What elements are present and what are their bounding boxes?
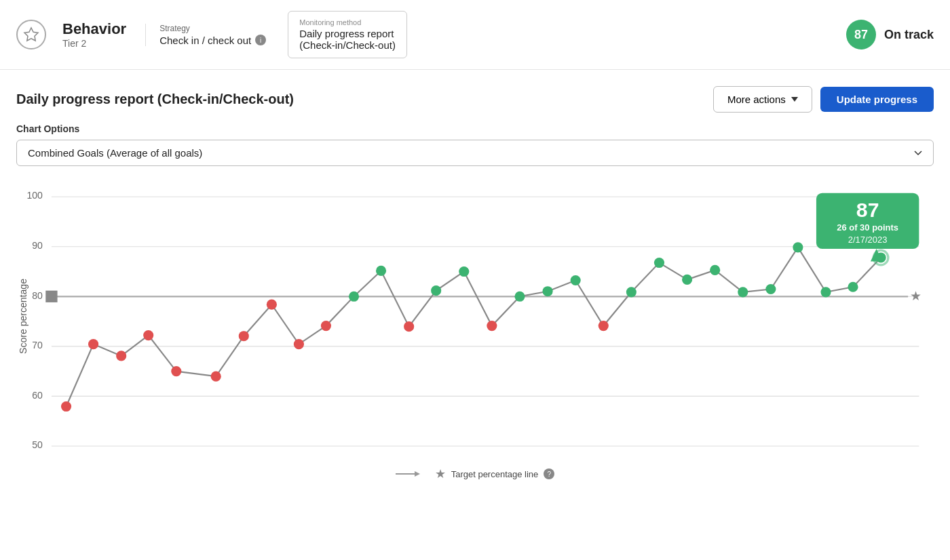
monitoring-value: Daily progress report (Check-in/Check-ou… <box>299 28 396 51</box>
score-badge: 87 <box>846 20 876 49</box>
svg-marker-60 <box>415 471 420 477</box>
svg-text:2/17/2023: 2/17/2023 <box>848 235 888 245</box>
svg-point-21 <box>171 366 181 376</box>
svg-text:★: ★ <box>910 288 922 303</box>
svg-point-26 <box>321 321 331 331</box>
legend-line-svg <box>396 469 430 479</box>
svg-point-38 <box>654 258 664 268</box>
chart-options-label: Chart Options <box>16 123 934 134</box>
svg-point-35 <box>571 275 581 285</box>
more-actions-button[interactable]: More actions <box>713 86 812 113</box>
svg-point-36 <box>598 321 609 331</box>
legend-star-icon: ★ <box>435 466 446 481</box>
svg-point-44 <box>820 287 831 297</box>
behavior-name: Behavior <box>62 20 126 38</box>
svg-point-20 <box>143 330 153 340</box>
svg-point-27 <box>349 292 359 302</box>
svg-text:80: 80 <box>32 290 43 301</box>
behavior-title: Behavior Tier 2 <box>62 20 126 49</box>
svg-point-42 <box>765 284 776 294</box>
svg-point-23 <box>239 331 249 341</box>
main-content: Daily progress report (Check-in/Check-ou… <box>0 70 950 498</box>
chart-area: 100 90 80 70 60 50 Score percentage ★ <box>16 177 934 481</box>
svg-point-18 <box>88 339 98 349</box>
legend-help-icon[interactable]: ? <box>544 468 554 479</box>
update-progress-button[interactable]: Update progress <box>820 87 934 112</box>
top-bar: Behavior Tier 2 Strategy Check in / chec… <box>0 0 950 70</box>
on-track-section: 87 On track <box>846 20 934 49</box>
strategy-label: Strategy <box>159 24 266 33</box>
chart-options-dropdown[interactable]: Combined Goals (Average of all goals) <box>16 140 934 166</box>
svg-rect-15 <box>45 291 57 302</box>
svg-point-34 <box>543 286 553 296</box>
svg-point-31 <box>459 266 469 277</box>
svg-point-39 <box>682 275 692 285</box>
chevron-down-icon <box>791 97 798 102</box>
svg-marker-0 <box>24 28 38 41</box>
report-header: Daily progress report (Check-in/Check-ou… <box>16 86 934 113</box>
legend-text: Target percentage line <box>451 469 539 479</box>
svg-point-30 <box>431 285 441 296</box>
svg-point-37 <box>626 287 636 297</box>
svg-text:100: 100 <box>27 190 43 201</box>
svg-text:70: 70 <box>32 340 43 351</box>
line-chart: 100 90 80 70 60 50 Score percentage ★ <box>16 177 934 456</box>
svg-text:87: 87 <box>856 199 879 221</box>
svg-point-43 <box>793 242 803 252</box>
star-icon <box>16 20 46 49</box>
report-title: Daily progress report (Check-in/Check-ou… <box>16 92 713 107</box>
actions-group: More actions Update progress <box>713 86 934 113</box>
svg-point-17 <box>61 401 71 412</box>
svg-text:90: 90 <box>32 240 43 251</box>
legend-row: ★ Target percentage line ? <box>16 466 934 481</box>
on-track-label: On track <box>884 28 934 42</box>
svg-text:60: 60 <box>32 390 43 401</box>
behavior-tier: Tier 2 <box>62 38 126 49</box>
strategy-value: Check in / check out i <box>159 35 266 46</box>
info-icon[interactable]: i <box>255 35 266 45</box>
svg-text:Score percentage: Score percentage <box>18 279 28 354</box>
svg-point-40 <box>710 265 720 275</box>
svg-point-25 <box>294 339 304 349</box>
svg-text:50: 50 <box>32 439 43 450</box>
svg-point-28 <box>376 266 386 276</box>
svg-point-19 <box>116 351 126 361</box>
monitoring-label: Monitoring method <box>299 18 396 26</box>
monitoring-box: Monitoring method Daily progress report … <box>288 11 407 58</box>
svg-point-29 <box>404 321 414 332</box>
svg-point-41 <box>738 287 748 297</box>
svg-point-45 <box>848 282 858 292</box>
svg-point-22 <box>211 372 221 382</box>
strategy-box: Strategy Check in / check out i <box>145 24 266 46</box>
svg-point-32 <box>487 321 497 331</box>
svg-point-24 <box>267 300 277 310</box>
svg-text:26 of 30 points: 26 of 30 points <box>837 222 898 233</box>
svg-point-33 <box>514 292 525 302</box>
